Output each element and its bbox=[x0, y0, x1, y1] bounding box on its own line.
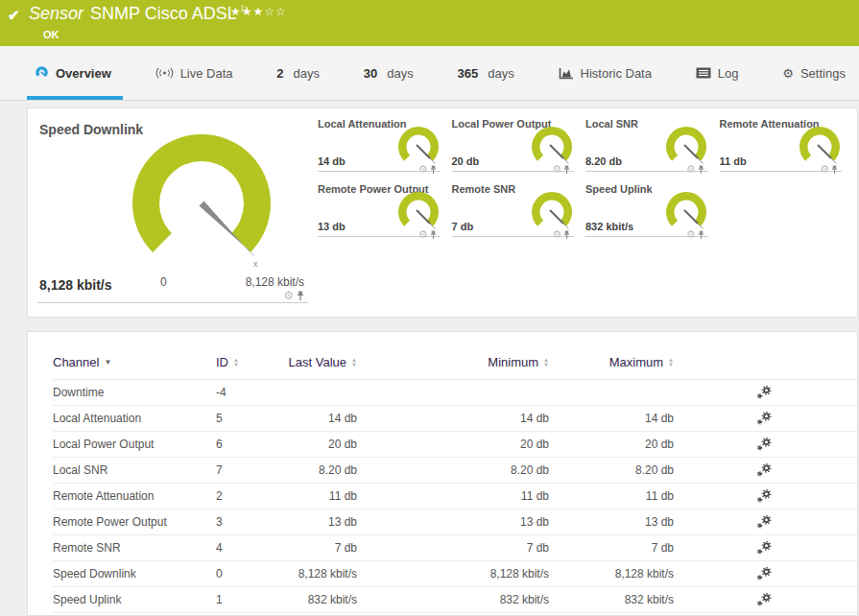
maximum-value: 7 db bbox=[549, 541, 674, 555]
last-value: 8.20 db bbox=[288, 463, 357, 477]
gauge-current-value: 8,128 kbit/s bbox=[39, 277, 112, 293]
pin-icon[interactable] bbox=[698, 165, 704, 175]
pin-icon[interactable] bbox=[430, 165, 437, 175]
column-header-id[interactable]: ID ▲▼ bbox=[216, 355, 288, 369]
gauge-settings-icon[interactable]: ⚙ bbox=[552, 163, 561, 176]
channel-name: Remote Power Output bbox=[53, 515, 216, 529]
stars-filled: ★★★ bbox=[230, 5, 264, 18]
pin-icon[interactable] bbox=[831, 165, 838, 175]
channel-settings-button[interactable] bbox=[756, 412, 772, 425]
gauge-current-value: 13 db bbox=[318, 221, 346, 232]
channel-settings-button[interactable] bbox=[756, 489, 772, 503]
channel-settings-button[interactable] bbox=[756, 541, 772, 555]
speed-downlink-gauge: x bbox=[95, 133, 308, 281]
tab-live-data[interactable]: Live Data bbox=[150, 46, 239, 100]
column-header-maximum[interactable]: Maximum ▲▼ bbox=[549, 355, 674, 369]
minimum-value: 8,128 kbit/s bbox=[357, 567, 549, 580]
page-title: SensorSNMP Cisco ADSL⚐ bbox=[29, 4, 249, 24]
main-gauge-speed-downlink: Speed Downlink x 8,128 kbit/s 0 8,128 kb… bbox=[37, 116, 308, 303]
gauge-settings-icon[interactable]: ⚙ bbox=[820, 163, 829, 176]
tab-label: Live Data bbox=[180, 66, 233, 81]
channel-settings-button[interactable] bbox=[756, 438, 772, 451]
channel-name: Local Power Output bbox=[53, 438, 216, 451]
sensor-name: SNMP Cisco ADSL bbox=[90, 4, 237, 23]
channel-name: Local SNR bbox=[53, 463, 216, 477]
channel-name: Remote Attenuation bbox=[53, 489, 216, 503]
sort-icon: ▲▼ bbox=[668, 358, 674, 367]
minimum-value: 7 db bbox=[357, 541, 549, 555]
channel-settings-button[interactable] bbox=[756, 593, 772, 606]
maximum-value: 8,128 kbit/s bbox=[549, 567, 674, 580]
minimum-value: 14 db bbox=[357, 412, 549, 425]
tab-2-days[interactable]: 2 days bbox=[271, 46, 325, 100]
column-label: ID bbox=[216, 355, 228, 369]
tab-overview[interactable]: Overview bbox=[29, 46, 117, 100]
settings-gear-icon: ⚙ bbox=[782, 66, 794, 81]
maximum-value: 8.20 db bbox=[549, 463, 674, 477]
tab-number: 2 bbox=[276, 66, 283, 81]
gauge-settings-icon[interactable]: ⚙ bbox=[552, 228, 561, 241]
mini-gauge-local-snr: Local SNR 8.20 db ⚙ bbox=[585, 118, 708, 172]
log-icon bbox=[696, 67, 711, 79]
pin-icon[interactable] bbox=[698, 230, 704, 240]
channel-gears-icon bbox=[756, 489, 772, 503]
pin-icon[interactable] bbox=[297, 291, 304, 301]
mini-gauge-local-power-output: Local Power Output 20 db ⚙ bbox=[452, 118, 575, 172]
channel-gears-icon bbox=[756, 438, 772, 451]
column-label: Minimum bbox=[488, 355, 538, 369]
live-data-icon bbox=[155, 67, 174, 79]
tab-number: 30 bbox=[364, 66, 377, 81]
tab-settings[interactable]: ⚙ Settings bbox=[776, 46, 851, 100]
gauges-panel: Speed Downlink x 8,128 kbit/s 0 8,128 kb… bbox=[27, 107, 858, 318]
tab-historic-data[interactable]: Historic Data bbox=[553, 46, 657, 100]
gauge-settings-icon[interactable]: ⚙ bbox=[686, 228, 696, 241]
channel-settings-button[interactable] bbox=[756, 515, 772, 529]
tab-label: days bbox=[488, 66, 513, 81]
maximum-value: 832 kbit/s bbox=[549, 593, 674, 606]
mini-gauge-empty-cell bbox=[720, 183, 843, 237]
gauge-current-value: 8.20 db bbox=[585, 155, 622, 167]
tab-30-days[interactable]: 30 days bbox=[358, 46, 419, 100]
channel-id: 4 bbox=[216, 541, 288, 555]
pin-icon[interactable] bbox=[430, 230, 437, 240]
table-row-local-power-output: Local Power Output 6 20 db 20 db 20 db bbox=[53, 432, 857, 458]
table-row-speed-downlink: Speed Downlink 0 8,128 kbit/s 8,128 kbit… bbox=[53, 561, 857, 587]
tab-label: days bbox=[387, 66, 413, 81]
pin-icon[interactable] bbox=[563, 230, 570, 240]
channel-settings-button[interactable] bbox=[756, 567, 772, 580]
sort-icon: ▲▼ bbox=[233, 358, 239, 367]
needle-marker: x bbox=[253, 259, 258, 269]
gauge-settings-icon[interactable]: ⚙ bbox=[686, 163, 696, 176]
column-header-last-value[interactable]: Last Value ▲▼ bbox=[288, 355, 357, 369]
channel-settings-button[interactable] bbox=[756, 463, 772, 477]
table-row-local-attenuation: Local Attenuation 5 14 db 14 db 14 db bbox=[53, 406, 857, 432]
gauge-current-value: 20 db bbox=[452, 155, 480, 167]
tab-365-days[interactable]: 365 days bbox=[452, 46, 520, 100]
gauge-settings-icon[interactable]: ⚙ bbox=[418, 228, 428, 241]
table-row-remote-snr: Remote SNR 4 7 db 7 db 7 db bbox=[53, 535, 857, 561]
column-header-channel[interactable]: Channel ▼ bbox=[53, 355, 216, 369]
gauge-current-value: 832 kbit/s bbox=[585, 221, 633, 232]
sensor-type-label: Sensor bbox=[29, 4, 84, 23]
tab-bar: Overview Live Data 2 days 30 days 365 da… bbox=[0, 46, 859, 101]
priority-stars[interactable]: ★★★☆☆ bbox=[230, 5, 287, 18]
column-header-minimum[interactable]: Minimum ▲▼ bbox=[357, 355, 549, 369]
column-label: Channel bbox=[53, 355, 99, 369]
channel-gears-icon bbox=[756, 386, 772, 399]
last-value: 832 kbit/s bbox=[288, 593, 357, 606]
mini-gauge-remote-attenuation: Remote Attenuation 11 db ⚙ bbox=[720, 118, 843, 172]
gauge-settings-icon[interactable]: ⚙ bbox=[283, 289, 294, 302]
table-row-speed-uplink: Speed Uplink 1 832 kbit/s 832 kbit/s 832… bbox=[53, 587, 857, 613]
gauge-current-value: 14 db bbox=[318, 155, 346, 167]
minimum-value: 13 db bbox=[357, 515, 549, 529]
channel-id: 3 bbox=[216, 515, 288, 529]
table-row-remote-power-output: Remote Power Output 3 13 db 13 db 13 db bbox=[53, 509, 857, 535]
channel-id: 1 bbox=[216, 593, 288, 606]
gauge-scale-min: 0 bbox=[160, 275, 167, 289]
tab-log[interactable]: Log bbox=[690, 46, 745, 100]
pin-icon[interactable] bbox=[563, 165, 570, 175]
gauge-settings-icon[interactable]: ⚙ bbox=[418, 163, 428, 176]
channel-settings-button[interactable] bbox=[756, 386, 772, 399]
column-label: Last Value bbox=[289, 355, 346, 369]
minimum-value: 8.20 db bbox=[357, 463, 549, 477]
